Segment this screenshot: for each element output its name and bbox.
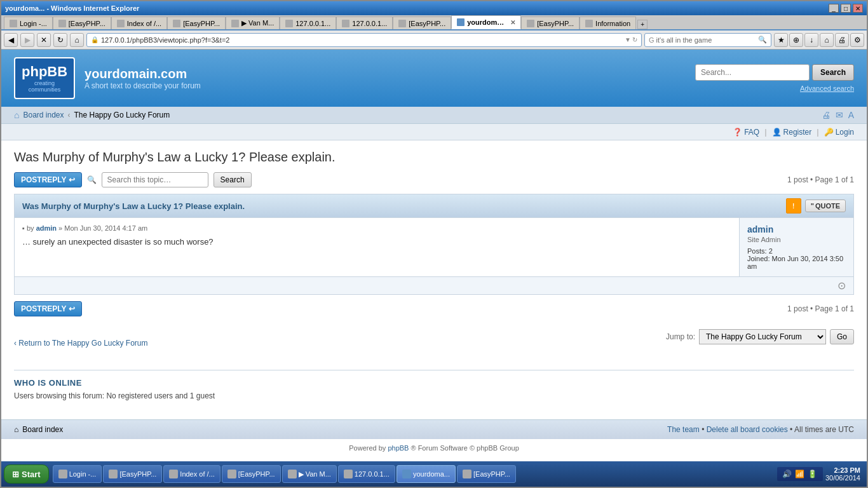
taskbar-item-1[interactable]: Login -... xyxy=(53,465,102,483)
home2-button[interactable]: ⌂ xyxy=(820,33,834,47)
search-magnifier-icon[interactable]: 🔍 xyxy=(758,36,767,44)
browser-search-bar[interactable]: G it's all in the game 🔍 xyxy=(644,33,771,47)
breadcrumb: ⌂ Board index ‹ The Happy Go Lucky Forum xyxy=(14,110,170,120)
font-size-icon[interactable]: A xyxy=(848,110,854,120)
taskbar-item-2[interactable]: [EasyPHP... xyxy=(103,465,162,483)
taskbar-item-4[interactable]: [EasyPHP... xyxy=(222,465,281,483)
forum-search-input[interactable] xyxy=(695,64,810,81)
stop-button[interactable]: ✕ xyxy=(37,33,51,47)
maximize-button[interactable]: □ xyxy=(841,4,851,13)
tab-easyphp3[interactable]: [EasyPHP... xyxy=(393,17,451,29)
tab-van[interactable]: ▶ Van M... xyxy=(226,17,280,29)
footer-home-icon: ⌂ xyxy=(14,425,18,434)
taskbar-item-label-5: ▶ Van M... xyxy=(299,470,331,478)
post-reply-label: POSTREPLY xyxy=(21,175,67,184)
download-button[interactable]: ↓ xyxy=(804,33,818,47)
breadcrumb-separator: ‹ xyxy=(68,111,71,119)
address-dropdown-icon[interactable]: ▼ xyxy=(625,36,631,43)
footer-board-link[interactable]: Board index xyxy=(22,425,63,434)
quote-label: QUOTE xyxy=(815,202,840,210)
tab-favicon xyxy=(398,20,406,27)
browser-window: yourdoma... - Windows Internet Explorer … xyxy=(0,0,868,488)
print-button[interactable]: 🖨 xyxy=(835,33,849,47)
who-online-text: Users browsing this forum: No registered… xyxy=(14,391,854,400)
address-icon: 🔒 xyxy=(91,36,98,43)
tab-easyphp1[interactable]: [EasyPHP... xyxy=(53,17,111,29)
footer-breadcrumb: ⌂ Board index xyxy=(14,425,63,434)
author-title: Site Admin xyxy=(747,236,846,243)
tabs-bar: Login -... [EasyPHP... Index of /... [Ea… xyxy=(1,15,867,30)
quote-button[interactable]: " QUOTE xyxy=(805,200,846,212)
tab-close-icon[interactable]: ✕ xyxy=(510,19,515,26)
taskbar-item-icon-4 xyxy=(227,470,236,478)
report-button[interactable]: ! xyxy=(786,198,801,214)
refresh-button[interactable]: ↻ xyxy=(53,33,67,47)
clock: 2:23 PM 30/06/2014 xyxy=(825,466,860,482)
site-title: yourdomain.com xyxy=(85,67,201,81)
close-button[interactable]: ✕ xyxy=(853,4,863,13)
address-icons: ▼ ↻ xyxy=(625,36,637,43)
return-link[interactable]: ‹ Return to The Happy Go Lucky Forum xyxy=(14,339,148,348)
minimize-button[interactable]: _ xyxy=(829,4,839,13)
delete-cookies-link[interactable]: Delete all board cookies xyxy=(707,425,788,434)
address-bar[interactable]: 🔒 127.0.0.1/phpBB3/viewtopic.php?f=3&t=2… xyxy=(86,33,642,47)
add-favorites-button[interactable]: ⊕ xyxy=(789,33,803,47)
powered-rest: ® Forum Software © phpBB Group xyxy=(410,444,519,452)
tab-login[interactable]: Login -... xyxy=(4,17,53,29)
login-link[interactable]: 🔑 Login xyxy=(824,128,854,137)
window-title: yourdoma... - Windows Internet Explorer xyxy=(5,4,139,12)
tab-easyphp2[interactable]: [EasyPHP... xyxy=(167,17,226,29)
the-team-link[interactable]: The team xyxy=(667,425,700,434)
tab-favicon xyxy=(457,18,465,26)
jump-button[interactable]: Go xyxy=(830,329,854,344)
post-author-link[interactable]: admin xyxy=(36,224,57,232)
refresh-addr-icon[interactable]: ↻ xyxy=(632,36,637,43)
advanced-search-link[interactable]: Advanced search xyxy=(800,85,854,92)
tab-127-2[interactable]: 127.0.0.1... xyxy=(336,17,393,29)
register-link[interactable]: 👤 Register xyxy=(772,128,812,137)
email-icon[interactable]: ✉ xyxy=(836,110,843,120)
new-tab-button[interactable]: + xyxy=(637,20,648,29)
phpbb-link[interactable]: phpBB xyxy=(388,444,409,452)
jump-select[interactable]: The Happy Go Lucky Forum xyxy=(699,329,826,344)
header-search-area: Search Advanced search xyxy=(695,64,854,92)
jump-section: Jump to: The Happy Go Lucky Forum Go xyxy=(666,329,854,344)
favorites-button[interactable]: ★ xyxy=(774,33,788,47)
back-button[interactable]: ◀ xyxy=(4,33,18,47)
scroll-to-top-icon[interactable]: ⊙ xyxy=(837,280,846,291)
post-header-actions-cell: ! " QUOTE xyxy=(740,194,854,218)
tab-easyphp4[interactable]: [EasyPHP... xyxy=(521,17,580,29)
tab-127-1[interactable]: 127.0.0.1... xyxy=(280,17,336,29)
clock-date: 30/06/2014 xyxy=(825,474,860,482)
faq-link[interactable]: ❓ FAQ xyxy=(733,128,759,137)
home-button[interactable]: ⌂ xyxy=(70,33,84,47)
forward-button[interactable]: ▶ xyxy=(20,33,34,47)
start-button[interactable]: ⊞ Start xyxy=(4,464,49,484)
taskbar-item-8[interactable]: [EasyPHP... xyxy=(457,465,516,483)
taskbar-item-label-2: [EasyPHP... xyxy=(119,470,156,478)
print-icon[interactable]: 🖨 xyxy=(822,110,831,120)
taskbar-item-6[interactable]: 127.0.0.1... xyxy=(338,465,395,483)
taskbar-item-7[interactable]: yourdoma... xyxy=(397,465,456,483)
bottom-post-reply-label: POSTREPLY xyxy=(21,304,67,313)
tab-information[interactable]: Information xyxy=(580,17,636,29)
breadcrumb-home-link[interactable]: Board index xyxy=(23,111,64,119)
tab-yourdomain[interactable]: yourdoma...✕ xyxy=(451,15,521,29)
breadcrumb-bar: ⌂ Board index ‹ The Happy Go Lucky Forum… xyxy=(1,107,867,124)
search-topic-input[interactable] xyxy=(102,172,208,187)
tab-index[interactable]: Index of /... xyxy=(111,17,167,29)
phpbb-logo-sub: creatingcommunities xyxy=(22,80,67,93)
settings-button[interactable]: ⚙ xyxy=(850,33,864,47)
pagination-top: 1 post • Page 1 of 1 xyxy=(787,175,854,184)
title-bar: yourdoma... - Windows Internet Explorer … xyxy=(1,1,867,15)
post-title-main: Was Murphy of Murphy's Law a Lucky 1? Pl… xyxy=(14,150,854,165)
nav-bar: ◀ ▶ ✕ ↻ ⌂ 🔒 127.0.0.1/phpBB3/viewtopic.p… xyxy=(1,30,867,50)
post-controls-top: POSTREPLY ↩ 🔍 Search 1 post • Page 1 of … xyxy=(14,172,854,187)
bottom-post-reply-button[interactable]: POSTREPLY ↩ xyxy=(14,301,82,316)
taskbar-item-5[interactable]: ▶ Van M... xyxy=(282,465,337,483)
who-online-title: WHO IS ONLINE xyxy=(14,378,854,388)
post-reply-button[interactable]: POSTREPLY ↩ xyxy=(14,172,82,187)
taskbar-item-3[interactable]: Index of /... xyxy=(163,465,220,483)
search-topic-button[interactable]: Search xyxy=(214,172,252,187)
forum-search-button[interactable]: Search xyxy=(812,64,854,81)
